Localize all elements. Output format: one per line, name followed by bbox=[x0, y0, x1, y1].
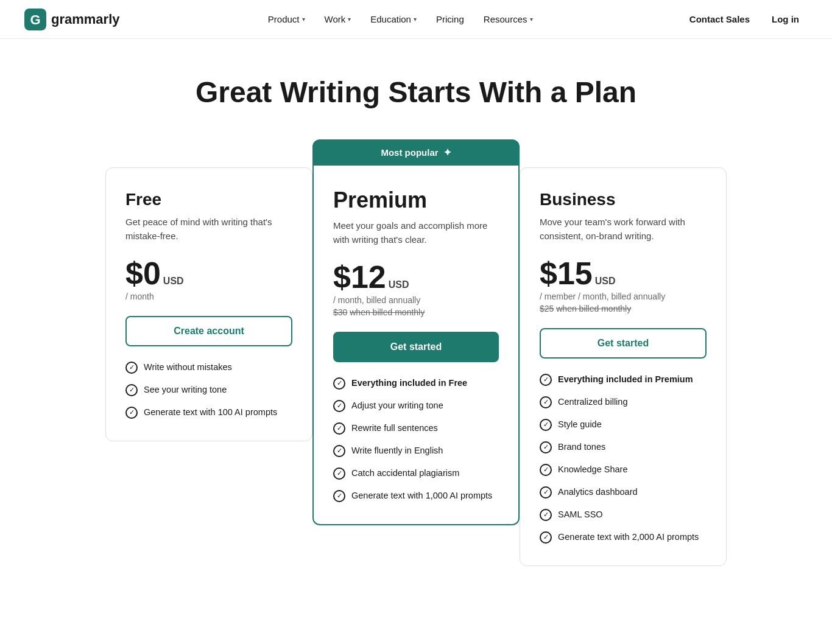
check-icon: ✓ bbox=[333, 445, 345, 457]
list-item: ✓SAML SSO bbox=[540, 508, 707, 521]
free-plan-card: Free Get peace of mind with writing that… bbox=[105, 167, 312, 441]
premium-monthly-note: $30 when billed monthly bbox=[333, 307, 499, 317]
navbar: G grammarly Product ▾ Work ▾ Education ▾… bbox=[0, 0, 832, 39]
premium-features-list: ✓Everything included in Free✓Adjust your… bbox=[333, 377, 499, 502]
hero-section: Great Writing Starts With a Plan bbox=[0, 39, 832, 139]
chevron-down-icon: ▾ bbox=[302, 16, 305, 23]
business-price-amount: $15 bbox=[540, 257, 593, 289]
list-item: ✓Centralized billing bbox=[540, 396, 707, 408]
list-item: ✓Rewrite full sentences bbox=[333, 422, 499, 435]
list-item: ✓ Generate text with 100 AI prompts bbox=[125, 406, 292, 419]
business-plan-name: Business bbox=[540, 190, 707, 209]
check-icon: ✓ bbox=[125, 384, 138, 396]
check-icon: ✓ bbox=[540, 531, 552, 544]
list-item: ✓Style guide bbox=[540, 418, 707, 431]
business-price-currency: USD bbox=[595, 276, 616, 287]
free-plan-description: Get peace of mind with writing that's mi… bbox=[125, 215, 292, 243]
premium-price-amount: $12 bbox=[333, 261, 386, 293]
check-icon: ✓ bbox=[540, 486, 552, 499]
pricing-section: Free Get peace of mind with writing that… bbox=[51, 139, 781, 615]
list-item: ✓ Write without mistakes bbox=[125, 361, 292, 374]
premium-plan-description: Meet your goals and accomplish more with… bbox=[333, 219, 499, 247]
check-icon: ✓ bbox=[540, 396, 552, 408]
premium-plan-wrapper: Most popular ✦ Premium Meet your goals a… bbox=[312, 139, 520, 525]
list-item: ✓Knowledge Share bbox=[540, 463, 707, 476]
nav-resources[interactable]: Resources ▾ bbox=[475, 9, 541, 29]
list-item: ✓Write fluently in English bbox=[333, 444, 499, 457]
free-plan-name: Free bbox=[125, 190, 292, 209]
nav-pricing[interactable]: Pricing bbox=[428, 9, 473, 29]
star-icon: ✦ bbox=[443, 147, 451, 158]
premium-price-currency: USD bbox=[389, 279, 409, 290]
login-link[interactable]: Log in bbox=[763, 9, 808, 29]
grammarly-logo-icon: G bbox=[24, 9, 46, 30]
logo[interactable]: G grammarly bbox=[24, 9, 120, 30]
chevron-down-icon: ▾ bbox=[348, 16, 351, 23]
chevron-down-icon: ▾ bbox=[530, 16, 533, 23]
check-icon: ✓ bbox=[540, 464, 552, 476]
list-item: ✓Catch accidental plagiarism bbox=[333, 467, 499, 480]
most-popular-badge: Most popular ✦ bbox=[312, 139, 520, 166]
chevron-down-icon: ▾ bbox=[414, 16, 417, 23]
list-item: ✓Everything included in Free bbox=[333, 377, 499, 390]
list-item: ✓Analytics dashboard bbox=[540, 486, 707, 499]
list-item: ✓Generate text with 1,000 AI prompts bbox=[333, 489, 499, 502]
business-features-list: ✓Everything included in Premium✓Centrali… bbox=[540, 373, 707, 544]
check-icon: ✓ bbox=[333, 422, 345, 435]
business-plan-card: Business Move your team's work forward w… bbox=[520, 167, 727, 566]
nav-links: Product ▾ Work ▾ Education ▾ Pricing Res… bbox=[259, 9, 541, 29]
check-icon: ✓ bbox=[333, 490, 345, 502]
premium-price-period: / month, billed annually bbox=[333, 295, 499, 305]
free-price-amount: $0 bbox=[125, 257, 161, 289]
free-features-list: ✓ Write without mistakes ✓ See your writ… bbox=[125, 361, 292, 419]
free-price-currency: USD bbox=[163, 276, 184, 287]
list-item: ✓Generate text with 2,000 AI prompts bbox=[540, 531, 707, 544]
list-item: ✓Brand tones bbox=[540, 441, 707, 453]
contact-sales-link[interactable]: Contact Sales bbox=[681, 9, 758, 29]
free-cta-button[interactable]: Create account bbox=[125, 316, 292, 346]
check-icon: ✓ bbox=[540, 509, 552, 521]
check-icon: ✓ bbox=[540, 419, 552, 431]
nav-product[interactable]: Product ▾ bbox=[259, 9, 314, 29]
business-monthly-note: $25 when billed monthly bbox=[540, 304, 707, 313]
check-icon: ✓ bbox=[540, 441, 552, 453]
business-price-period: / member / month, billed annually bbox=[540, 292, 707, 301]
svg-text:G: G bbox=[30, 12, 40, 27]
nav-work[interactable]: Work ▾ bbox=[316, 9, 360, 29]
list-item: ✓Everything included in Premium bbox=[540, 373, 707, 386]
check-icon: ✓ bbox=[333, 377, 345, 390]
premium-cta-button[interactable]: Get started bbox=[333, 332, 499, 362]
free-price-period: / month bbox=[125, 292, 292, 301]
check-icon: ✓ bbox=[333, 400, 345, 412]
check-icon: ✓ bbox=[333, 467, 345, 480]
check-icon: ✓ bbox=[125, 407, 138, 419]
premium-plan-name: Premium bbox=[333, 187, 499, 213]
check-icon: ✓ bbox=[125, 362, 138, 374]
logo-text: grammarly bbox=[51, 12, 120, 27]
page-title: Great Writing Starts With a Plan bbox=[12, 75, 820, 109]
nav-actions: Contact Sales Log in bbox=[681, 9, 808, 29]
nav-education[interactable]: Education ▾ bbox=[362, 9, 425, 29]
premium-plan-card: Premium Meet your goals and accomplish m… bbox=[312, 166, 520, 525]
business-cta-button[interactable]: Get started bbox=[540, 328, 707, 359]
check-icon: ✓ bbox=[540, 374, 552, 386]
list-item: ✓ See your writing tone bbox=[125, 383, 292, 396]
business-plan-description: Move your team's work forward with consi… bbox=[540, 215, 707, 243]
list-item: ✓Adjust your writing tone bbox=[333, 399, 499, 412]
